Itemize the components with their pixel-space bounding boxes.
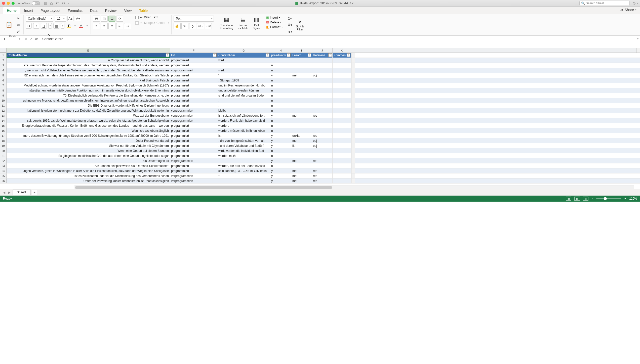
- table-cell[interactable]: n: [270, 68, 291, 73]
- row-header[interactable]: 24: [0, 168, 7, 173]
- table-cell[interactable]: [333, 158, 351, 163]
- close-window-icon[interactable]: [2, 2, 5, 5]
- tab-page-layout[interactable]: Page Layout: [37, 7, 64, 14]
- table-cell[interactable]: [333, 78, 351, 83]
- insert-cells-button[interactable]: ⊞Insert▾: [266, 16, 283, 19]
- table-cell[interactable]: Sie können beispielsweise als "Demand-Sc…: [7, 163, 170, 168]
- table-cell[interactable]: programmiert: [170, 168, 217, 173]
- table-cell[interactable]: [333, 63, 351, 68]
- table-cell[interactable]: vorprogrammiert: [170, 108, 217, 113]
- table-cell[interactable]: Ist es zu schaffen, oder ist die Nichtei…: [7, 173, 170, 178]
- conditional-formatting-button[interactable]: ▦Conditional Formatting: [218, 16, 235, 31]
- table-cell[interactable]: programmiert: [170, 63, 217, 68]
- worksheet-grid[interactable]: EFGHIJK 1ContextBefore▾Hit▾ContextAfter▾…: [0, 48, 640, 189]
- table-cell[interactable]: Ein Computer hat keinen Nutzen, wenn er …: [7, 58, 170, 63]
- row-header[interactable]: 25: [0, 173, 7, 178]
- table-cell[interactable]: [333, 83, 351, 88]
- table-cell[interactable]: res: [312, 133, 333, 138]
- filter-button[interactable]: ▾: [328, 53, 332, 57]
- table-cell[interactable]: Sie war nur für den Verkehr mit Citymänn…: [7, 143, 170, 148]
- table-cell[interactable]: y: [270, 73, 291, 78]
- table-cell[interactable]: met: [291, 73, 312, 78]
- table-cell[interactable]: programmiert: [170, 73, 217, 78]
- table-cell[interactable]: programmiert: [170, 88, 217, 93]
- table-cell[interactable]: [217, 158, 270, 163]
- table-cell[interactable]: obj: [312, 138, 333, 143]
- table-cell[interactable]: vorprogrammiert: [170, 68, 217, 73]
- table-cell[interactable]: met: [291, 173, 312, 178]
- table-cell[interactable]: [291, 68, 312, 73]
- row-header[interactable]: 9: [0, 93, 7, 98]
- cell-styles-button[interactable]: ▥Cell Styles: [251, 16, 262, 31]
- table-cell[interactable]: Karl Steinbuch Falsch: [7, 78, 170, 83]
- add-sheet-button[interactable]: +: [32, 190, 37, 195]
- table-cell[interactable]: n: [270, 63, 291, 68]
- table-cell[interactable]: [312, 83, 333, 88]
- table-cell[interactable]: met: [291, 178, 312, 183]
- table-cell[interactable]: vorprogrammiert: [170, 118, 217, 123]
- italic-button[interactable]: I: [33, 23, 39, 29]
- table-cell[interactable]: programmiert: [170, 133, 217, 138]
- row-header[interactable]: 10: [0, 98, 7, 103]
- table-cell[interactable]: n: [270, 103, 291, 108]
- select-all-corner[interactable]: [0, 48, 7, 53]
- table-cell[interactable]: [291, 58, 312, 63]
- table-cell[interactable]: [312, 123, 333, 128]
- table-cell[interactable]: , Stuttgart 1968: [217, 78, 270, 83]
- table-cell[interactable]: obj: [312, 143, 333, 148]
- column-header-F[interactable]: F: [170, 48, 217, 53]
- paste-button[interactable]: 📋: [4, 21, 14, 29]
- fill-color-dropdown-icon[interactable]: ▾: [73, 23, 76, 29]
- autosave-toggle[interactable]: AutoSave OFF: [18, 1, 40, 5]
- table-cell[interactable]: [291, 128, 312, 133]
- underline-dropdown-icon[interactable]: ▾: [48, 23, 52, 29]
- table-cell[interactable]: y: [270, 173, 291, 178]
- row-header[interactable]: 6: [0, 78, 7, 83]
- table-cell[interactable]: men, dessen Erweiterung für lange Streck…: [7, 133, 170, 138]
- tab-review[interactable]: Review: [101, 7, 120, 14]
- table-cell[interactable]: r mäeutischen, erkenntnisfördernden Funk…: [7, 88, 170, 93]
- table-cell[interactable]: , die von ihm gewünschten Verhalt: [217, 138, 270, 143]
- table-cell[interactable]: [312, 148, 333, 153]
- table-cell[interactable]: programmiert: [170, 143, 217, 148]
- table-cell[interactable]: programmiert: [170, 123, 217, 128]
- table-cell[interactable]: , wenn wir nicht Vollstrecker eines Will…: [7, 68, 170, 73]
- row-header[interactable]: 17: [0, 133, 7, 138]
- table-cell[interactable]: [291, 78, 312, 83]
- table-cell[interactable]: programmiert: [170, 58, 217, 63]
- increase-indent-button[interactable]: ⇥: [124, 23, 131, 29]
- table-cell[interactable]: Energieverbrauch und die Wasser-, Kohle-…: [7, 123, 170, 128]
- name-box[interactable]: E1 ▴▾: [0, 36, 22, 42]
- scrollbar-thumb[interactable]: [75, 186, 332, 189]
- align-middle-button[interactable]: ◫: [101, 16, 108, 22]
- table-cell[interactable]: [291, 153, 312, 158]
- table-cell[interactable]: [333, 123, 351, 128]
- table-cell[interactable]: [312, 68, 333, 73]
- filter-button[interactable]: ▾: [166, 53, 169, 57]
- table-cell[interactable]: y: [270, 168, 291, 173]
- table-cell[interactable]: .: [217, 103, 270, 108]
- table-cell[interactable]: y: [270, 143, 291, 148]
- table-cell[interactable]: n: [270, 93, 291, 98]
- feedback-icon[interactable]: ☺: [632, 1, 636, 6]
- table-cell[interactable]: exe, wie zum Beispiel die Reparaturplanu…: [7, 63, 170, 68]
- row-header[interactable]: 26: [0, 178, 7, 183]
- table-cell[interactable]: worden; Frankreich habe damals d: [217, 118, 270, 123]
- table-cell[interactable]: y: [270, 178, 291, 183]
- table-cell[interactable]: werden, müssen die in ihnen leben: [217, 128, 270, 133]
- table-cell[interactable]: n: [270, 148, 291, 153]
- table-cell[interactable]: [291, 63, 312, 68]
- column-header-K[interactable]: K: [333, 48, 351, 53]
- table-cell[interactable]: met: [291, 168, 312, 173]
- table-cell[interactable]: [333, 148, 351, 153]
- table-cell[interactable]: [312, 58, 333, 63]
- table-cell[interactable]: sind und die auf Mururoa im Südp: [217, 93, 270, 98]
- table-cell[interactable]: n: [270, 163, 291, 168]
- row-header[interactable]: 14: [0, 118, 7, 123]
- save-icon[interactable]: ▤: [44, 1, 47, 6]
- table-cell[interactable]: [333, 133, 351, 138]
- table-cell[interactable]: bleibt.: [217, 108, 270, 113]
- tab-home[interactable]: Home: [3, 7, 20, 14]
- table-cell[interactable]: y: [270, 158, 291, 163]
- table-cell[interactable]: [333, 173, 351, 178]
